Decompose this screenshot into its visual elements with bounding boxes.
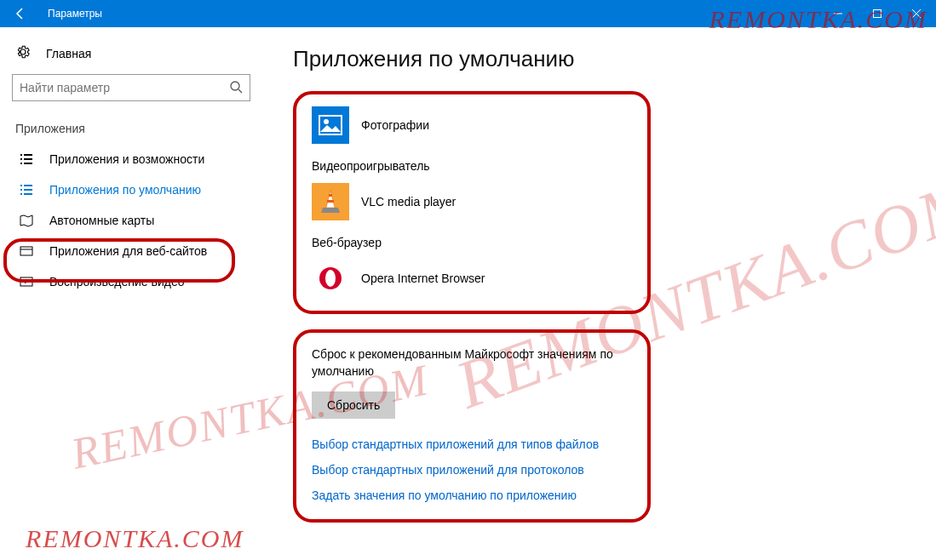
link-by-app[interactable]: Задать значения по умолчанию по приложен… (312, 489, 632, 502)
vlc-app-icon (312, 183, 349, 220)
defaults-icon (19, 183, 34, 197)
home-nav[interactable]: Главная (12, 39, 257, 74)
search-icon (229, 80, 243, 96)
default-app-row-video[interactable]: VLC media player (312, 183, 632, 220)
svg-rect-15 (24, 193, 32, 195)
annotation-highlight-reset: Сброс к рекомендованным Майкрософт значе… (293, 329, 651, 523)
sidebar-item-label: Приложения для веб-сайтов (49, 244, 207, 258)
svg-point-20 (324, 119, 329, 124)
sidebar-item-apps-websites[interactable]: Приложения для веб-сайтов (12, 236, 257, 266)
maximize-button[interactable] (858, 0, 897, 27)
category-label-video: Видеопроигрыватель (312, 159, 632, 173)
svg-rect-7 (24, 158, 32, 160)
sidebar-item-label: Воспроизведение видео (49, 275, 184, 289)
svg-line-3 (238, 89, 242, 93)
link-protocols[interactable]: Выбор стандартных приложений для протоко… (312, 463, 632, 477)
svg-rect-12 (20, 189, 22, 191)
home-label: Главная (46, 47, 91, 60)
main-content: Приложения по умолчанию Фотографии Видео… (264, 27, 936, 560)
map-icon (19, 214, 34, 227)
category-label-browser: Веб-браузер (312, 236, 632, 249)
svg-rect-10 (20, 185, 22, 186)
svg-rect-5 (24, 154, 32, 156)
search-field[interactable] (20, 81, 229, 94)
website-icon (19, 244, 34, 258)
app-label: Opera Internet Browser (361, 271, 485, 285)
link-filetypes[interactable]: Выбор стандартных приложений для типов ф… (312, 437, 632, 451)
svg-rect-13 (24, 189, 32, 191)
svg-rect-6 (20, 158, 22, 160)
window-title: Параметры (41, 8, 818, 20)
sidebar-item-label: Автономные карты (49, 214, 154, 227)
svg-rect-16 (20, 247, 32, 255)
window-controls (818, 0, 936, 27)
sidebar-item-label: Приложения по умолчанию (49, 183, 201, 197)
svg-rect-22 (327, 200, 334, 203)
svg-point-2 (231, 82, 239, 90)
sidebar: Главная Приложения Приложения и возможно… (0, 27, 264, 560)
svg-rect-4 (20, 154, 22, 156)
svg-point-24 (325, 270, 336, 287)
sidebar-item-default-apps[interactable]: Приложения по умолчанию (12, 174, 257, 205)
svg-rect-11 (24, 185, 32, 186)
video-icon (19, 275, 34, 289)
search-input[interactable] (12, 74, 250, 101)
back-button[interactable] (0, 0, 41, 27)
page-title: Приложения по умолчанию (293, 46, 917, 72)
svg-rect-8 (20, 163, 22, 164)
svg-rect-21 (329, 194, 332, 197)
annotation-highlight-defaults: Фотографии Видеопроигрыватель VLC media … (293, 91, 651, 314)
sidebar-item-apps-features[interactable]: Приложения и возможности (12, 144, 257, 174)
gear-icon (15, 44, 31, 62)
reset-button[interactable]: Сбросить (312, 391, 395, 419)
app-label: VLC media player (361, 195, 456, 209)
svg-rect-9 (24, 163, 32, 164)
photos-app-icon (312, 106, 349, 144)
svg-rect-1 (874, 10, 881, 18)
minimize-button[interactable] (818, 0, 858, 27)
reset-description: Сброс к рекомендованным Майкрософт значе… (312, 346, 632, 380)
default-app-row-browser[interactable]: Opera Internet Browser (312, 260, 632, 297)
list-icon (19, 152, 34, 166)
svg-rect-14 (20, 193, 22, 195)
opera-app-icon (312, 260, 349, 297)
default-app-row-photos[interactable]: Фотографии (312, 106, 632, 144)
sidebar-section-label: Приложения (12, 118, 257, 144)
sidebar-item-video-playback[interactable]: Воспроизведение видео (12, 266, 257, 297)
titlebar: Параметры (0, 0, 936, 27)
app-label: Фотографии (361, 118, 429, 132)
close-button[interactable] (897, 0, 936, 27)
sidebar-item-offline-maps[interactable]: Автономные карты (12, 205, 257, 236)
sidebar-item-label: Приложения и возможности (49, 152, 204, 166)
